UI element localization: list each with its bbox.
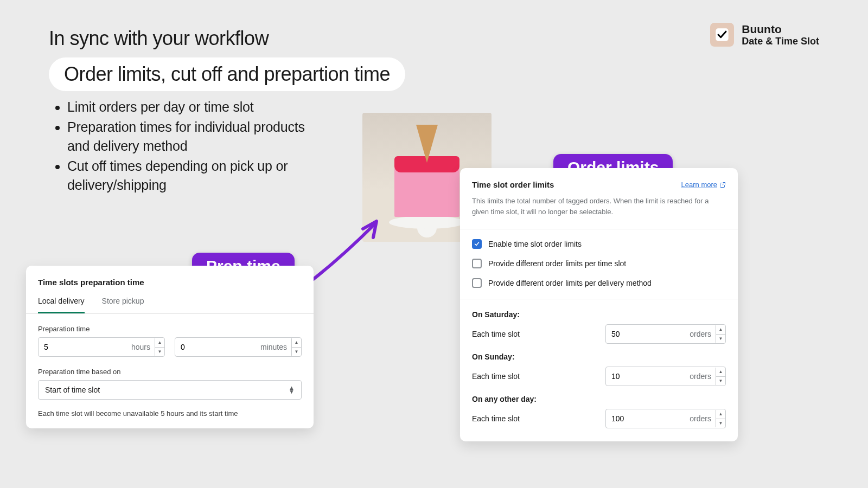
limit-stepper[interactable]: ▲▼	[716, 325, 725, 343]
select-caret-icon: ▲▼	[289, 386, 295, 394]
orders-suffix: orders	[644, 330, 716, 338]
limit-stepper[interactable]: ▲▼	[716, 368, 725, 385]
brand-logo-icon	[710, 23, 734, 47]
based-on-label: Preparation time based on	[26, 368, 314, 376]
other-limit-input[interactable]	[606, 414, 644, 423]
external-link-icon	[719, 182, 726, 188]
learn-more-link[interactable]: Learn more	[681, 181, 726, 189]
step-down-icon[interactable]: ▼	[155, 348, 164, 356]
hero-heading: In sync with your workflow	[49, 27, 405, 50]
checkbox-per-delivery-method[interactable]: Provide different order limits per deliv…	[472, 278, 726, 288]
checkbox-label: Enable time slot order limits	[488, 240, 582, 248]
other-limit-input-group[interactable]: orders ▲▼	[605, 409, 726, 428]
checkbox-per-timeslot[interactable]: Provide different order limits per time …	[472, 259, 726, 268]
orders-suffix: orders	[644, 372, 716, 381]
orders-suffix: orders	[644, 414, 716, 423]
minutes-suffix: minutes	[208, 343, 291, 351]
bullet-item: Limit orders per day or time slot	[67, 98, 315, 117]
order-card-description: This limits the total number of tagged o…	[460, 189, 738, 229]
based-on-value: Start of time slot	[45, 386, 100, 394]
bullet-item: Preparation times for individual product…	[67, 118, 315, 156]
checkbox-enable-limits[interactable]: Enable time slot order limits	[472, 239, 726, 249]
order-card-title: Time slot order limits	[472, 180, 554, 189]
prep-time-label: Preparation time	[26, 325, 314, 333]
step-up-icon[interactable]: ▲	[155, 338, 164, 348]
brand-name: Buunto	[742, 23, 819, 35]
saturday-limit-input[interactable]	[606, 330, 644, 338]
brand-tagline: Date & Time Slot	[742, 36, 819, 46]
saturday-limit-input-group[interactable]: orders ▲▼	[605, 324, 726, 344]
prep-time-card: Time slots preparation time Local delive…	[26, 266, 314, 428]
tab-local-delivery[interactable]: Local delivery	[38, 297, 85, 313]
feature-bullets: Limit orders per day or time slot Prepar…	[54, 98, 315, 196]
step-up-icon[interactable]: ▲	[716, 368, 725, 377]
checkbox-icon	[472, 259, 482, 268]
hours-suffix: hours	[71, 343, 155, 351]
limit-stepper[interactable]: ▲▼	[716, 410, 725, 427]
limit-row-label: Each time slot	[472, 330, 520, 338]
step-up-icon[interactable]: ▲	[716, 325, 725, 335]
limit-heading-other: On any other day:	[472, 395, 726, 403]
step-up-icon[interactable]: ▲	[716, 410, 725, 419]
brand-block: Buunto Date & Time Slot	[710, 23, 819, 47]
sunday-limit-input-group[interactable]: orders ▲▼	[605, 367, 726, 386]
tab-store-pickup[interactable]: Store pickup	[102, 297, 144, 313]
step-down-icon[interactable]: ▼	[716, 377, 725, 386]
based-on-select[interactable]: Start of time slot ▲▼	[38, 380, 302, 400]
prep-help-text: Each time slot will become unavailable 5…	[26, 400, 314, 418]
limit-heading-saturday: On Saturday:	[472, 310, 726, 319]
hero-subheading-pill: Order limits, cut off and prepartion tim…	[49, 57, 405, 91]
hours-input[interactable]	[39, 343, 71, 351]
step-up-icon[interactable]: ▲	[292, 338, 301, 348]
minutes-input[interactable]	[175, 343, 208, 351]
step-down-icon[interactable]: ▼	[716, 419, 725, 428]
limit-row-label: Each time slot	[472, 414, 520, 423]
prep-card-title: Time slots preparation time	[26, 278, 314, 297]
checkbox-icon	[472, 278, 482, 288]
minutes-stepper[interactable]: ▲▼	[291, 338, 301, 356]
checkbox-label: Provide different order limits per deliv…	[488, 279, 652, 287]
checkbox-icon	[472, 239, 482, 249]
order-limits-card: Time slot order limits Learn more This l…	[460, 168, 738, 441]
step-down-icon[interactable]: ▼	[292, 348, 301, 356]
sunday-limit-input[interactable]	[606, 372, 644, 381]
hours-stepper[interactable]: ▲▼	[155, 338, 164, 356]
limit-row-label: Each time slot	[472, 372, 520, 381]
minutes-input-group[interactable]: minutes ▲▼	[175, 337, 302, 357]
checkbox-label: Provide different order limits per time …	[488, 259, 626, 268]
bullet-item: Cut off times depending on pick up or de…	[67, 157, 315, 195]
hours-input-group[interactable]: hours ▲▼	[38, 337, 165, 357]
step-down-icon[interactable]: ▼	[716, 335, 725, 343]
limit-heading-sunday: On Sunday:	[472, 352, 726, 361]
